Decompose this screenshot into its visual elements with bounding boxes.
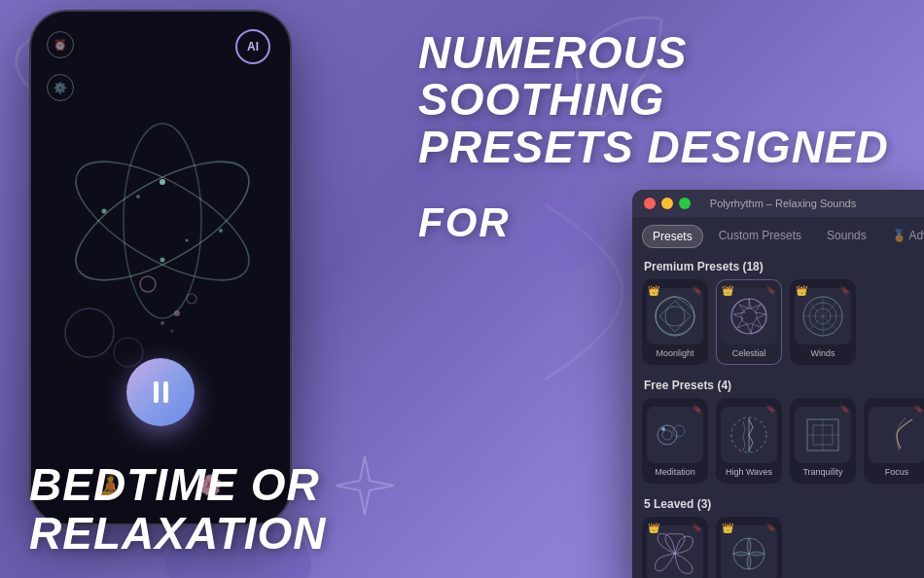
mac-minimize-button[interactable] (661, 198, 673, 209)
bookmark-icon: 🔖 (839, 285, 850, 295)
preset-thumb-winds (795, 288, 851, 344)
crown-icon: 👑 (648, 523, 659, 533)
svg-point-11 (174, 310, 180, 316)
phone-mockup: ⏰ ⚙️ AI (29, 10, 292, 535)
preset-thumb-highwaves (721, 407, 777, 463)
section-premium-title: Premium Presets (18) (632, 256, 924, 279)
bookmark-icon: 🔖 (692, 404, 702, 414)
preset-high-waves[interactable]: 🔖 High Waves (716, 398, 782, 484)
preset-label-meditation: Meditation (655, 467, 695, 477)
tab-presets[interactable]: Presets (642, 225, 703, 248)
svg-point-15 (114, 338, 143, 367)
preset-thumb-5leaved2 (721, 525, 777, 578)
svg-point-18 (741, 308, 757, 324)
free-presets-grid: 🔖 Meditation 🔖 (632, 398, 924, 493)
atom-canvas (51, 70, 270, 381)
svg-point-6 (160, 258, 165, 263)
bookmark-icon: 🔖 (839, 404, 850, 414)
svg-point-14 (65, 308, 114, 357)
bookmark-icon: 🔖 (765, 523, 776, 532)
5leaved-presets-grid: 👑 🔖 👑 🔖 (632, 517, 924, 578)
svg-point-2 (124, 124, 201, 318)
preset-thumb-celestial (721, 288, 777, 344)
tab-advanced[interactable]: 🏅 Advanced (882, 225, 924, 248)
svg-point-8 (186, 239, 189, 242)
preset-5leaved-2[interactable]: 👑 🔖 (716, 517, 782, 578)
bookmark-icon: 🔖 (692, 523, 702, 532)
tab-custom-presets[interactable]: Custom Presets (709, 225, 811, 248)
preset-tranquility[interactable]: 🔖 Tranquility (790, 398, 856, 484)
mac-window: Polyrhythm – Relaxing Sounds Presets Cus… (632, 190, 924, 578)
phone-icon-clock: ⏰ (47, 31, 74, 58)
window-title: Polyrhythm – Relaxing Sounds (710, 198, 856, 209)
section-5leaved-title: 5 Leaved (3) (632, 493, 924, 517)
tab-sounds[interactable]: Sounds (817, 225, 876, 248)
bookmark-icon: 🔖 (913, 404, 924, 414)
svg-point-9 (140, 276, 156, 292)
svg-point-13 (171, 330, 174, 333)
preset-winds[interactable]: 👑 🔖 Winds (790, 279, 856, 365)
preset-focus[interactable]: 🔖 Focus (864, 398, 924, 484)
preset-celestial[interactable]: 👑 🔖 Celestial (716, 279, 782, 365)
ai-badge: AI (235, 29, 270, 64)
pause-button[interactable] (126, 358, 195, 426)
preset-moonlight[interactable]: 👑 🔖 Moonlight (642, 279, 708, 365)
svg-point-3 (160, 179, 165, 185)
preset-5leaved-1[interactable]: 👑 🔖 (642, 517, 708, 578)
preset-thumb-meditation (647, 407, 703, 463)
crown-icon: 👑 (796, 285, 807, 296)
crown-icon: 👑 (722, 523, 733, 533)
svg-point-7 (136, 195, 140, 199)
mac-content: Premium Presets (18) 👑 🔖 Moonlight (632, 256, 924, 578)
preset-label-moonlight: Moonlight (656, 348, 693, 358)
mac-titlebar: Polyrhythm – Relaxing Sounds (632, 190, 924, 217)
bookmark-icon: 🔖 (692, 285, 702, 295)
svg-point-16 (656, 297, 694, 336)
svg-point-10 (187, 294, 196, 304)
hero-bottom-text: BEDTIME OR RELAXATION (29, 460, 327, 559)
preset-thumb-tranquility (795, 407, 851, 463)
preset-thumb-focus (869, 407, 924, 463)
crown-icon: 👑 (722, 285, 733, 296)
svg-point-25 (661, 427, 665, 431)
deco-star (331, 452, 399, 520)
bookmark-icon: 🔖 (765, 285, 776, 295)
preset-thumb-moonlight (647, 288, 703, 344)
preset-thumb-5leaved1 (647, 525, 703, 578)
preset-label-celestial: Celestial (732, 348, 766, 358)
preset-label-winds: Winds (810, 348, 835, 358)
svg-point-4 (102, 209, 107, 214)
preset-meditation[interactable]: 🔖 Meditation (642, 398, 708, 484)
svg-point-5 (219, 229, 223, 233)
preset-label-tranquility: Tranquility (802, 467, 842, 477)
mac-close-button[interactable] (644, 198, 656, 209)
bookmark-icon: 🔖 (765, 404, 776, 414)
hero-headline: NUMEROUS SOOTHING PRESETS DESIGNED (418, 29, 895, 170)
preset-label-highwaves: High Waves (726, 467, 772, 477)
premium-presets-grid: 👑 🔖 Moonlight 👑 🔖 (632, 279, 924, 375)
preset-label-focus: Focus (885, 467, 909, 477)
crown-icon: 👑 (648, 285, 659, 296)
section-free-title: Free Presets (4) (632, 375, 924, 398)
tab-bar: Presets Custom Presets Sounds 🏅 Advanced (632, 217, 924, 256)
svg-point-12 (160, 321, 164, 325)
svg-point-24 (673, 425, 685, 437)
mac-maximize-button[interactable] (679, 198, 691, 209)
svg-point-23 (662, 430, 672, 440)
